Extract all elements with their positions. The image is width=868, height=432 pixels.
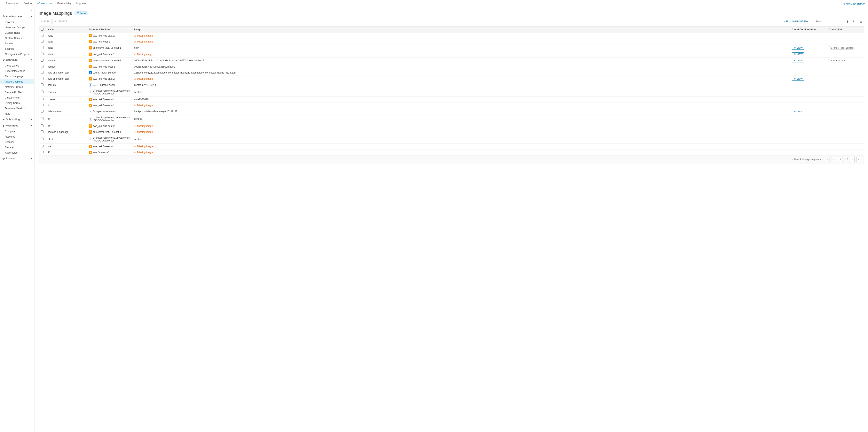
cloud-config-cell — [790, 103, 827, 108]
select-all-checkbox[interactable] — [41, 28, 43, 31]
row-checkbox[interactable] — [41, 117, 43, 120]
sidebar-item-network-profiles[interactable]: Network Profiles — [0, 84, 34, 90]
view-button[interactable]: 👁 VIEW — [792, 77, 804, 81]
sidebar-item-custom-roles[interactable]: Custom Roles — [0, 30, 34, 35]
row-checkbox[interactable] — [41, 83, 43, 86]
edit-button[interactable]: ✎ EDIT — [38, 19, 52, 24]
sidebar-section-header-administration[interactable]: ⚙ Administration ▾ — [0, 13, 34, 20]
nav-item-extensibility[interactable]: Extensibility — [55, 0, 74, 7]
constraints-cell — [827, 82, 864, 88]
image-cell: backports-debian-7-wheezy-v20131127 — [132, 108, 790, 115]
row-checkbox[interactable] — [41, 59, 43, 62]
missing-image-indicator: ⚠Missing image — [134, 131, 788, 134]
row-checkbox[interactable] — [41, 110, 43, 113]
sidebar-item-kubernetes-zones[interactable]: Kubernetes Zones — [0, 68, 34, 74]
sidebar-item-users-groups[interactable]: Users and Groups — [0, 25, 34, 30]
sidebar-item-tags[interactable]: Tags — [0, 111, 34, 116]
constraints-cell — [827, 103, 864, 108]
row-checkbox[interactable] — [41, 124, 43, 127]
sidebar-item-compute[interactable]: Compute — [0, 129, 34, 134]
sidebar-item-secrets[interactable]: Secrets — [0, 41, 34, 46]
sidebar-section-header-resources[interactable]: ◈ Resources ▾ — [0, 122, 34, 129]
row-checkbox[interactable] — [41, 151, 43, 153]
sidebar-item-security[interactable]: Security — [0, 139, 34, 145]
sidebar-item-projects[interactable]: Projects — [0, 20, 34, 25]
row-checkbox-cell — [39, 135, 45, 144]
first-page-button[interactable]: « — [825, 157, 830, 162]
row-checkbox[interactable] — [41, 90, 43, 93]
account-value: aws_akk / us-east-1 — [93, 53, 115, 56]
row-checkbox[interactable] — [41, 65, 43, 68]
sidebar-item-cluster-plans[interactable]: Cluster Plans — [0, 95, 34, 100]
row-checkbox[interactable] — [41, 145, 43, 147]
info-button[interactable]: ℹ — [845, 19, 850, 24]
name-cell: df — [45, 115, 87, 123]
image-cell: new — [132, 45, 790, 51]
view-button[interactable]: 👁 VIEW — [792, 52, 804, 56]
nav-item-infrastructure[interactable]: Infrastructure — [34, 0, 55, 7]
row-checkbox[interactable] — [41, 40, 43, 43]
table-row: ffff A aws / us-east-1 ⚠Missing image — [39, 149, 864, 155]
sidebar-item-cloud-zones[interactable]: Cloud Zones — [0, 63, 34, 68]
sidebar-item-image-mappings[interactable]: Image Mappings — [0, 79, 34, 84]
last-page-button[interactable]: » — [856, 157, 861, 162]
prev-page-button[interactable]: ‹ — [831, 157, 836, 162]
constraints-cell — [827, 76, 864, 82]
constraints-cell — [827, 96, 864, 103]
row-checkbox[interactable] — [41, 46, 43, 49]
row-checkbox[interactable] — [41, 71, 43, 74]
view-ungrouped-button[interactable]: VIEW UNGROUPED ▾ — [784, 20, 808, 23]
sidebar-section-header-onboarding[interactable]: ⊕ Onboarding ▾ — [0, 116, 34, 122]
view-button[interactable]: 👁 VIEW — [792, 46, 804, 50]
sidebar-item-storage-profiles[interactable]: Storage Profiles — [0, 90, 34, 95]
row-checkbox-cell — [39, 108, 45, 115]
nav-item-resources[interactable]: Resources — [3, 0, 21, 7]
row-checkbox[interactable] — [41, 104, 43, 106]
image-cell: ⚠Missing image — [132, 144, 790, 149]
account-value: cmbuvcfmgmtvc.eng.vmware.com / SDDC-Data… — [93, 136, 130, 142]
account-value: adelcheva-test / us-east-1 — [93, 131, 121, 134]
refresh-button[interactable]: ↻ — [851, 19, 857, 24]
sidebar-item-settings[interactable]: Settings — [0, 46, 34, 52]
constraints-cell — [827, 129, 864, 135]
row-checkbox[interactable] — [41, 138, 43, 140]
image-value: cent-os — [134, 117, 142, 120]
next-page-button[interactable]: › — [850, 157, 855, 162]
delete-button[interactable]: ✕ DELETE — [52, 19, 69, 24]
sidebar-item-terraform-versions[interactable]: Terraform Versions — [0, 106, 34, 111]
view-button[interactable]: 👁 VIEW — [792, 110, 804, 113]
warning-icon: ⚠ — [134, 145, 136, 148]
main-content: Image Mappings 83 items ✎ EDIT ✕ DELETE … — [34, 7, 868, 432]
image-value: 000fe881-0cfd-4a1c-42a4-ba844eae1ae2 077… — [134, 59, 204, 62]
warning-icon: ⚠ — [134, 34, 136, 37]
sidebar-section-header-activity[interactable]: ◎ Activity ▾ — [0, 155, 34, 162]
account-cell: ⊞ cmbuvcfmgmtvc.eng.vmware.com / SDDC-Da… — [87, 115, 132, 123]
nav-item-design[interactable]: Design — [21, 0, 34, 7]
table-row: alpinee A adelcheva-test / us-east-1 000… — [39, 57, 864, 64]
row-checkbox-cell — [39, 33, 45, 39]
row-checkbox[interactable] — [41, 34, 43, 37]
sidebar-item-flavor-mappings[interactable]: Flavor Mappings — [0, 74, 34, 79]
sidebar-item-pricing-cards[interactable]: Pricing Cards — [0, 100, 34, 106]
row-checkbox[interactable] — [41, 77, 43, 80]
sidebar-item-storage[interactable]: Storage — [0, 145, 34, 150]
sidebar-collapse-button[interactable]: « — [31, 9, 33, 12]
sidebar-item-kubernetes[interactable]: Kubernetes — [0, 150, 34, 155]
header-constraints: Constraints — [827, 27, 864, 33]
view-button[interactable]: 👁 VIEW — [792, 59, 804, 62]
row-checkbox[interactable] — [41, 53, 43, 55]
sidebar-item-config-properties[interactable]: Configuration Properties — [0, 52, 34, 57]
grid-view-button[interactable]: ⊞ — [859, 19, 864, 24]
table-row: df ⊞ cmbuvcfmgmtvc.eng.vmware.com / SDDC… — [39, 115, 864, 123]
sidebar-item-custom-names[interactable]: Custom Names — [0, 35, 34, 41]
row-checkbox[interactable] — [41, 131, 43, 133]
filter-input[interactable] — [810, 19, 843, 24]
eye-icon: 👁 — [794, 59, 796, 62]
nav-item-migration[interactable]: Migration — [74, 0, 90, 7]
guided-setup-button[interactable]: 🖥 GUIDED SETUP — [843, 2, 865, 5]
image-cell: ⚠Missing image — [132, 149, 790, 155]
sidebar-item-networks[interactable]: Networks — [0, 134, 34, 139]
sidebar-section-header-configure[interactable]: ⚙ Configure ▾ — [0, 57, 34, 63]
name-cell: coreos — [45, 96, 87, 103]
row-checkbox[interactable] — [41, 98, 43, 100]
